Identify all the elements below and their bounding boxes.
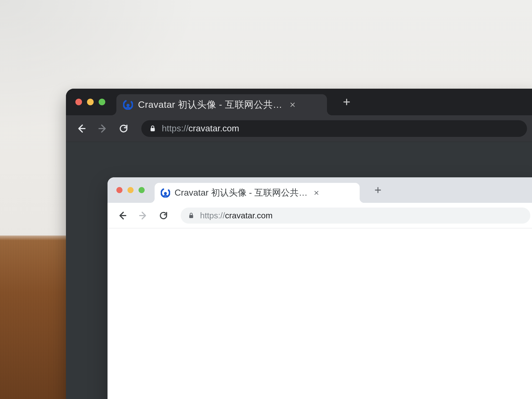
tab-title: Cravatar 初认头像 - 互联网公共…: [138, 98, 282, 111]
forward-button[interactable]: [137, 210, 149, 221]
svg-rect-2: [150, 128, 155, 131]
url-host: cravatar.com: [188, 123, 239, 133]
reload-button[interactable]: [118, 123, 129, 134]
url-scheme: https://: [162, 123, 188, 133]
forward-button[interactable]: [97, 123, 108, 134]
favicon-icon: [123, 100, 133, 110]
window-controls-dark: [75, 99, 105, 105]
url-host: cravatar.com: [225, 211, 273, 220]
browser-tab-active-light[interactable]: Cravatar 初认头像 - 互联网公共…: [155, 183, 360, 203]
window-minimize-button[interactable]: [87, 99, 94, 105]
svg-point-1: [127, 104, 130, 107]
reload-button[interactable]: [158, 210, 169, 221]
url-scheme: https://: [200, 211, 225, 220]
back-button[interactable]: [117, 210, 128, 221]
tabstrip-light: Cravatar 初认头像 - 互联网公共…: [155, 177, 382, 203]
titlebar-dark: Cravatar 初认头像 - 互联网公共…: [66, 89, 532, 115]
svg-rect-5: [189, 215, 193, 218]
address-bar-dark[interactable]: https://cravatar.com: [141, 120, 527, 137]
window-minimize-button[interactable]: [127, 187, 134, 193]
svg-point-4: [164, 192, 167, 195]
titlebar-light: Cravatar 初认头像 - 互联网公共…: [108, 177, 532, 203]
favicon-icon: [161, 188, 170, 198]
lock-icon: [149, 125, 156, 132]
address-url: https://cravatar.com: [200, 211, 273, 220]
window-controls-light: [116, 187, 145, 193]
window-close-button[interactable]: [116, 187, 122, 193]
desktop-background: Cravatar 初认头像 - 互联网公共…: [0, 0, 532, 399]
address-url: https://cravatar.com: [162, 123, 239, 134]
page-viewport: [108, 228, 532, 399]
window-zoom-button[interactable]: [99, 99, 105, 105]
window-zoom-button[interactable]: [139, 187, 145, 193]
new-tab-button[interactable]: [342, 98, 351, 106]
tab-close-button[interactable]: [290, 102, 296, 108]
tab-title: Cravatar 初认头像 - 互联网公共…: [175, 187, 308, 199]
address-bar-light[interactable]: https://cravatar.com: [181, 208, 530, 224]
lock-icon: [188, 212, 195, 219]
toolbar-dark: https://cravatar.com: [66, 115, 532, 142]
toolbar-light: https://cravatar.com: [108, 203, 532, 228]
new-tab-button[interactable]: [374, 186, 382, 194]
browser-tab-active-dark[interactable]: Cravatar 初认头像 - 互联网公共…: [116, 94, 327, 115]
back-button[interactable]: [76, 123, 87, 134]
tab-close-button[interactable]: [314, 190, 319, 196]
browser-window-light: Cravatar 初认头像 - 互联网公共…: [108, 177, 532, 399]
tabstrip-dark: Cravatar 初认头像 - 互联网公共…: [116, 89, 351, 115]
window-close-button[interactable]: [75, 99, 82, 105]
